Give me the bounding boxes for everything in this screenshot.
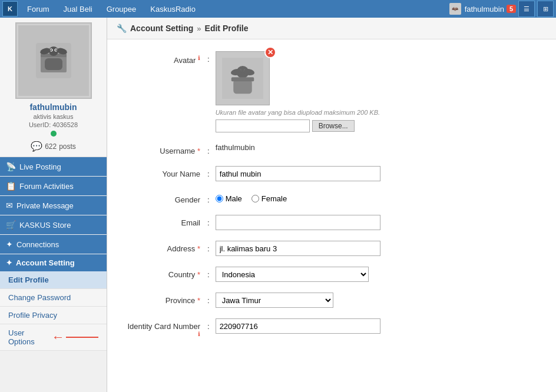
- avatar-upload-row: Browse...: [216, 119, 538, 132]
- gender-row: Gender : Male Female: [125, 192, 538, 204]
- colon-address: :: [207, 241, 216, 253]
- arrow-line: [66, 337, 98, 338]
- avatar-size-note: Ukuran file avatar yang bisa diupload ma…: [216, 109, 392, 116]
- profile-avatar: [15, 22, 92, 99]
- username-field: fathulmubin: [216, 143, 538, 152]
- sidebar-username: fathulmubin: [5, 102, 102, 112]
- identity-input[interactable]: [216, 318, 380, 334]
- browse-button[interactable]: Browse...: [312, 120, 355, 132]
- posts-count: 💬 622 posts: [5, 141, 102, 152]
- account-setting-header[interactable]: ✦ Account Setting: [0, 254, 107, 271]
- gender-field: Male Female: [216, 192, 538, 203]
- email-row: Email :: [125, 215, 538, 230]
- avatar-field: ✕ Ukuran file avatar yang bisa diupload …: [216, 51, 538, 132]
- nav-jualbeli[interactable]: Jual Beli: [57, 0, 100, 18]
- online-indicator: [51, 131, 57, 137]
- username-label: Username *: [125, 143, 207, 155]
- sidebar-item-user-options[interactable]: User Options ←: [0, 324, 107, 351]
- colon-yourname: :: [207, 166, 216, 178]
- svg-rect-10: [45, 58, 62, 70]
- private-message-icon: ✉: [6, 201, 13, 210]
- grid-icon-btn[interactable]: ⊞: [537, 1, 554, 17]
- avatar-image: [30, 37, 77, 84]
- avatar-remove-button[interactable]: ✕: [264, 46, 276, 58]
- sidebar-item-private-message[interactable]: ✉ Private Message: [0, 196, 107, 215]
- notification-badge[interactable]: 5: [507, 5, 516, 13]
- country-select[interactable]: Indonesia Malaysia Singapore Other: [216, 267, 369, 282]
- kaskus-store-icon: 🛒: [6, 220, 16, 230]
- sidebar-item-profile-privacy[interactable]: Profile Privacy: [0, 307, 107, 324]
- identity-field: [216, 318, 538, 334]
- colon-username: :: [207, 143, 216, 155]
- identity-row: Identity Card Number ℹ :: [125, 318, 538, 341]
- gender-male-label[interactable]: Male: [216, 194, 242, 203]
- gender-radio-group: Male Female: [216, 192, 538, 203]
- province-select[interactable]: Jawa Timur Jawa Barat DKI Jakarta Other: [216, 293, 333, 308]
- site-logo[interactable]: K: [2, 1, 18, 16]
- country-label: Country *: [125, 267, 207, 279]
- sidebar-userid: UserID: 4036528: [5, 121, 102, 128]
- country-required: *: [197, 270, 200, 279]
- settings-icon: ✦: [6, 258, 12, 267]
- sidebar-item-change-password[interactable]: Change Password: [0, 289, 107, 307]
- sidebar-item-kaskus-store[interactable]: 🛒 KASKUS Store: [0, 215, 107, 234]
- sidebar-item-connections[interactable]: ✦ Connections: [0, 235, 107, 254]
- province-row: Province * : Jawa Timur Jawa Barat DKI J…: [125, 293, 538, 308]
- remove-icon: ✕: [267, 48, 273, 57]
- nav-kaskusradio[interactable]: KaskusRadio: [143, 0, 203, 18]
- address-field: [216, 241, 538, 256]
- country-field: Indonesia Malaysia Singapore Other: [216, 267, 538, 282]
- arrow-indicator: ←: [52, 330, 65, 345]
- yourname-input[interactable]: [216, 166, 380, 181]
- sidebar-item-forum-activities[interactable]: 📋 Forum Activities: [0, 177, 107, 195]
- address-label: Address *: [125, 241, 207, 253]
- forum-activities-label: Forum Activities: [19, 182, 74, 191]
- svg-rect-19: [233, 79, 252, 94]
- nav-username: fathulmubin: [465, 5, 504, 14]
- svg-point-3: [49, 46, 58, 56]
- sidebar: fathulmubin aktivis kaskus UserID: 40365…: [0, 18, 107, 392]
- email-input[interactable]: [216, 215, 380, 230]
- colon-country: :: [207, 267, 216, 279]
- content-area: 🔧 Account Setting » Edit Profile Avatar …: [107, 18, 556, 392]
- account-setting-label: Account Setting: [16, 258, 75, 267]
- avatar-label: Avatar ℹ: [125, 51, 207, 65]
- gender-male-radio[interactable]: [216, 195, 223, 202]
- nav-groupee[interactable]: Groupee: [100, 0, 144, 18]
- gender-female-radio[interactable]: [251, 195, 259, 202]
- sidebar-item-live-posting[interactable]: 📡 Live Posting: [0, 157, 107, 176]
- colon-province: :: [207, 293, 216, 305]
- svg-point-7: [55, 49, 56, 51]
- username-value: fathulmubin: [216, 140, 255, 152]
- avatar-preview-wrap: ✕: [216, 51, 272, 105]
- sidebar-item-edit-profile[interactable]: Edit Profile: [0, 271, 107, 289]
- sidebar-role: aktivis kaskus: [5, 113, 102, 120]
- user-avatar-small: 🦇: [449, 3, 461, 15]
- country-row: Country * : Indonesia Malaysia Singapore…: [125, 267, 538, 282]
- top-navigation: K Forum Jual Beli Groupee KaskusRadio 🦇 …: [0, 0, 556, 18]
- connections-label: Connections: [16, 240, 59, 249]
- nav-forum[interactable]: Forum: [20, 0, 57, 18]
- avatar-file-input[interactable]: [216, 119, 310, 132]
- yourname-row: Your Name :: [125, 166, 538, 181]
- live-posting-icon: 📡: [6, 162, 16, 171]
- connections-icon: ✦: [6, 240, 13, 249]
- address-input[interactable]: [216, 241, 380, 256]
- menu-icon-btn[interactable]: ☰: [518, 1, 535, 17]
- gender-female-text: Female: [262, 194, 287, 203]
- posts-label: posts: [59, 142, 76, 151]
- forum-activities-icon: 📋: [6, 181, 16, 191]
- chat-icon: 💬: [31, 141, 42, 152]
- address-required: *: [197, 244, 200, 253]
- kaskus-store-label: KASKUS Store: [19, 221, 71, 230]
- colon-gender: :: [207, 192, 216, 204]
- address-row: Address * :: [125, 241, 538, 256]
- email-label: Email: [125, 215, 207, 227]
- avatar-row: Avatar ℹ :: [125, 51, 538, 132]
- colon-email: :: [207, 215, 216, 227]
- svg-point-6: [50, 49, 51, 51]
- edit-profile-form: Avatar ℹ :: [107, 39, 556, 363]
- province-required: *: [197, 296, 200, 305]
- gender-female-label[interactable]: Female: [251, 194, 287, 203]
- nav-right: 🦇 fathulmubin 5 ☰ ⊞: [449, 1, 554, 17]
